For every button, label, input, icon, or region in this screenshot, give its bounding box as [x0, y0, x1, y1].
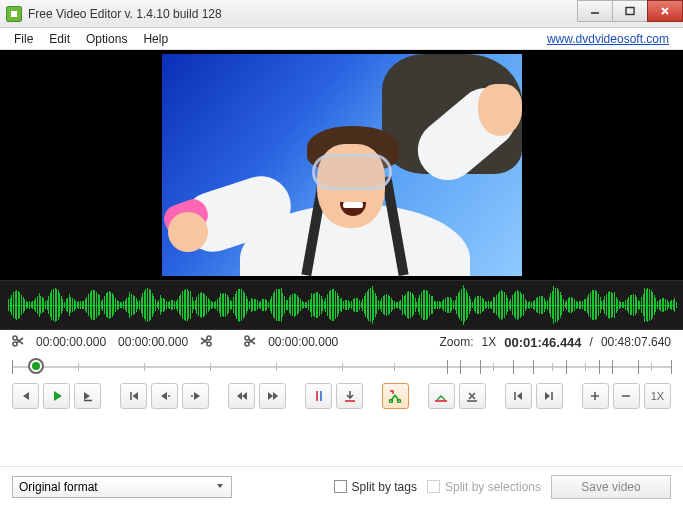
- menu-help[interactable]: Help: [135, 29, 176, 49]
- output-format-value: Original format: [19, 480, 98, 494]
- svg-point-10: [168, 395, 170, 397]
- checkbox-icon: [334, 480, 347, 493]
- save-video-label: Save video: [581, 480, 640, 494]
- timeline-ruler[interactable]: [12, 354, 671, 378]
- zoom-in-button[interactable]: [582, 383, 609, 409]
- bottom-bar: Original format Split by tags Split by s…: [0, 466, 683, 506]
- step-forward-button[interactable]: [182, 383, 209, 409]
- jump-next-marker-button[interactable]: [536, 383, 563, 409]
- transport-toolbar: 1X: [0, 378, 683, 414]
- output-format-select[interactable]: Original format: [12, 476, 232, 498]
- selection-start-time: 00:00:00.000: [36, 335, 106, 349]
- go-start-button[interactable]: [228, 383, 255, 409]
- go-end-button[interactable]: [259, 383, 286, 409]
- minimize-button[interactable]: [577, 0, 613, 22]
- scissors-icon: [200, 335, 212, 350]
- total-time: 00:48:07.640: [601, 335, 671, 349]
- play-button[interactable]: [43, 383, 70, 409]
- video-preview-area: [0, 50, 683, 280]
- window-title: Free Video Editor v. 1.4.10 build 128: [28, 7, 578, 21]
- set-marker-button[interactable]: [305, 383, 332, 409]
- zoom-label: Zoom:: [440, 335, 474, 349]
- cursor-time: 00:00:00.000: [268, 335, 338, 349]
- menubar: File Edit Options Help www.dvdvideosoft.…: [0, 28, 683, 50]
- seek-back-button[interactable]: [12, 383, 39, 409]
- scissors-icon: [244, 335, 256, 350]
- titlebar: Free Video Editor v. 1.4.10 build 128: [0, 0, 683, 28]
- close-button[interactable]: [647, 0, 683, 22]
- selection-end-time: 00:00:00.000: [118, 335, 188, 349]
- split-by-selections-label: Split by selections: [445, 480, 541, 494]
- menu-file[interactable]: File: [6, 29, 41, 49]
- audio-waveform[interactable]: [0, 280, 683, 330]
- zoom-out-button[interactable]: [613, 383, 640, 409]
- time-info-row: 00:00:00.000 00:00:00.000 00:00:00.000 Z…: [0, 330, 683, 354]
- app-icon: [6, 6, 22, 22]
- scissors-icon: [12, 335, 24, 350]
- step-back-button[interactable]: [151, 383, 178, 409]
- trim-clear-button[interactable]: [459, 383, 486, 409]
- save-video-button[interactable]: Save video: [551, 475, 671, 499]
- menu-options[interactable]: Options: [78, 29, 135, 49]
- site-link[interactable]: www.dvdvideosoft.com: [547, 32, 677, 46]
- cut-selection-button[interactable]: [382, 383, 409, 409]
- chevron-down-icon: [215, 480, 225, 494]
- split-by-selections-checkbox: Split by selections: [427, 480, 541, 494]
- checkbox-icon: [427, 480, 440, 493]
- svg-point-11: [191, 395, 193, 397]
- jump-prev-marker-button[interactable]: [505, 383, 532, 409]
- split-by-tags-label: Split by tags: [352, 480, 417, 494]
- download-frame-button[interactable]: [336, 383, 363, 409]
- time-separator: /: [590, 335, 593, 349]
- trim-left-button[interactable]: [428, 383, 455, 409]
- play-to-end-button[interactable]: [74, 383, 101, 409]
- zoom-value: 1X: [482, 335, 497, 349]
- prev-frame-button[interactable]: [120, 383, 147, 409]
- menu-edit[interactable]: Edit: [41, 29, 78, 49]
- maximize-button[interactable]: [612, 0, 648, 22]
- video-frame[interactable]: [162, 54, 522, 276]
- svg-rect-1: [626, 8, 634, 15]
- split-by-tags-checkbox[interactable]: Split by tags: [334, 480, 417, 494]
- zoom-current-button[interactable]: 1X: [644, 383, 671, 409]
- current-time: 00:01:46.444: [504, 335, 581, 350]
